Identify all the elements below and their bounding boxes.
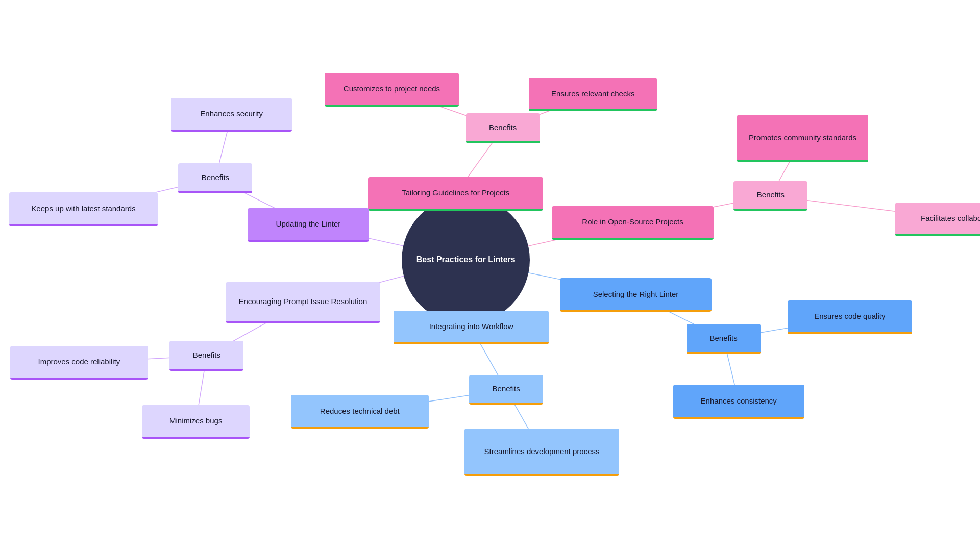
center-node: Best Practices for Linters [402,196,530,324]
facilitates-node: Facilitates collaboration [895,203,980,236]
benefits-selecting-node: Benefits [687,324,761,354]
integrating-node: Integrating into Workflow [394,311,548,344]
benefits-integrating-node: Benefits [469,375,543,405]
promotes-node: Promotes community standards [737,115,868,162]
minimizes-bugs-node: Minimizes bugs [142,405,250,439]
benefits-encouraging-node: Benefits [169,341,243,370]
updating-node: Updating the Linter [248,208,369,242]
enhances-security-node: Enhances security [171,98,292,132]
selecting-node: Selecting the Right Linter [560,278,712,312]
streamlines-node: Streamlines development process [464,429,619,476]
encouraging-node: Encouraging Prompt Issue Resolution [226,282,380,322]
enhances-consistency-node: Enhances consistency [673,385,804,418]
ensures-relevant-node: Ensures relevant checks [529,78,657,111]
customizes-node: Customizes to project needs [325,73,459,107]
mind-map: Best Practices for LintersTailoring Guid… [0,0,980,551]
keeps-up-node: Keeps up with latest standards [9,192,157,226]
reduces-debt-node: Reduces technical debt [291,395,429,429]
benefits-updating-node: Benefits [178,163,252,193]
role-opensource-node: Role in Open-Source Projects [552,206,713,240]
ensures-quality-node: Ensures code quality [788,300,912,334]
improves-reliability-node: Improves code reliability [10,346,148,380]
tailoring-node: Tailoring Guidelines for Projects [368,177,543,211]
benefits-tailoring-node: Benefits [466,113,540,143]
benefits-opensource-node: Benefits [733,181,807,211]
